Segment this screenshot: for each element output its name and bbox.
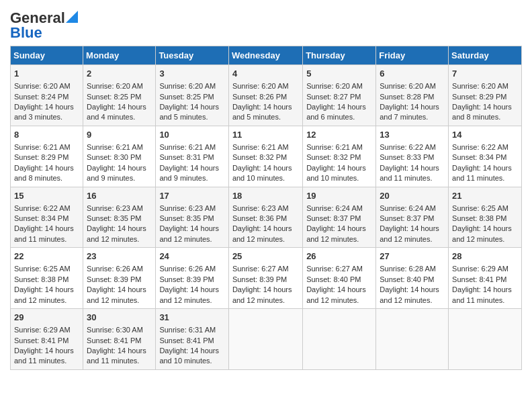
sunrise-text: Sunrise: 6:21 AM	[159, 142, 225, 152]
daylight-text: Daylight: 14 hours	[232, 102, 299, 112]
day-number: 30	[87, 312, 152, 324]
calendar-cell: 18Sunrise: 6:23 AMSunset: 8:36 PMDayligh…	[228, 187, 302, 248]
day-number: 20	[380, 190, 445, 202]
sunrise-text: Sunrise: 6:22 AM	[14, 203, 79, 214]
day-number: 4	[232, 68, 299, 80]
calendar-cell: 26Sunrise: 6:27 AMSunset: 8:40 PMDayligh…	[303, 248, 376, 309]
daylight-text: and 12 minutes.	[14, 295, 79, 306]
daylight-text: and 11 minutes.	[452, 295, 518, 306]
daylight-text: Daylight: 14 hours	[87, 102, 152, 112]
day-number: 23	[87, 250, 152, 263]
calendar-header-row: SundayMondayTuesdayWednesdayThursdayFrid…	[11, 46, 522, 65]
sunset-text: Sunset: 8:40 PM	[380, 275, 445, 285]
calendar-cell: 17Sunrise: 6:23 AMSunset: 8:35 PMDayligh…	[156, 187, 229, 248]
sunrise-text: Sunrise: 6:26 AM	[87, 264, 152, 274]
daylight-text: and 11 minutes.	[452, 173, 518, 183]
day-number: 15	[14, 190, 79, 202]
calendar-cell: 9Sunrise: 6:21 AMSunset: 8:30 PMDaylight…	[83, 126, 156, 187]
calendar-week-5: 29Sunrise: 6:29 AMSunset: 8:41 PMDayligh…	[11, 309, 522, 370]
sunrise-text: Sunrise: 6:29 AM	[452, 264, 518, 274]
sunrise-text: Sunrise: 6:26 AM	[159, 264, 225, 274]
daylight-text: and 11 minutes.	[14, 234, 79, 244]
sunrise-text: Sunrise: 6:31 AM	[159, 325, 225, 335]
daylight-text: Daylight: 14 hours	[306, 102, 372, 112]
daylight-text: Daylight: 14 hours	[14, 163, 79, 173]
daylight-text: Daylight: 14 hours	[87, 285, 152, 295]
daylight-text: and 8 minutes.	[14, 173, 79, 183]
day-number: 17	[159, 190, 225, 202]
calendar-week-1: 1Sunrise: 6:20 AMSunset: 8:24 PMDaylight…	[11, 65, 522, 126]
day-number: 31	[159, 312, 225, 324]
daylight-text: and 5 minutes.	[232, 112, 299, 122]
sunset-text: Sunset: 8:24 PM	[14, 92, 79, 102]
day-number: 29	[14, 312, 79, 324]
daylight-text: and 11 minutes.	[87, 356, 152, 366]
sunset-text: Sunset: 8:40 PM	[306, 275, 372, 285]
sunset-text: Sunset: 8:39 PM	[159, 275, 225, 285]
calendar-cell: 21Sunrise: 6:25 AMSunset: 8:38 PMDayligh…	[449, 187, 522, 248]
calendar-cell: 30Sunrise: 6:30 AMSunset: 8:41 PMDayligh…	[83, 309, 156, 370]
sunset-text: Sunset: 8:38 PM	[452, 214, 518, 224]
sunset-text: Sunset: 8:25 PM	[159, 92, 225, 102]
calendar-cell: 6Sunrise: 6:20 AMSunset: 8:28 PMDaylight…	[376, 65, 449, 126]
sunset-text: Sunset: 8:34 PM	[452, 152, 518, 163]
daylight-text: Daylight: 14 hours	[452, 285, 518, 295]
calendar-cell: 14Sunrise: 6:22 AMSunset: 8:34 PMDayligh…	[449, 126, 522, 187]
sunrise-text: Sunrise: 6:21 AM	[232, 142, 299, 152]
calendar-cell: 10Sunrise: 6:21 AMSunset: 8:31 PMDayligh…	[156, 126, 229, 187]
day-number: 19	[306, 190, 372, 202]
daylight-text: and 12 minutes.	[380, 295, 445, 306]
logo-icon	[66, 11, 78, 23]
daylight-text: and 12 minutes.	[232, 295, 299, 306]
day-number: 11	[232, 129, 299, 141]
sunrise-text: Sunrise: 6:30 AM	[87, 325, 152, 335]
sunrise-text: Sunrise: 6:20 AM	[87, 81, 152, 91]
daylight-text: and 12 minutes.	[452, 234, 518, 244]
daylight-text: and 12 minutes.	[87, 295, 152, 306]
calendar-cell: 29Sunrise: 6:29 AMSunset: 8:41 PMDayligh…	[11, 309, 83, 370]
sunrise-text: Sunrise: 6:20 AM	[159, 81, 225, 91]
daylight-text: and 11 minutes.	[14, 356, 79, 366]
sunset-text: Sunset: 8:29 PM	[14, 152, 79, 163]
calendar-cell: 16Sunrise: 6:23 AMSunset: 8:35 PMDayligh…	[83, 187, 156, 248]
daylight-text: Daylight: 14 hours	[232, 163, 299, 173]
calendar-cell: 5Sunrise: 6:20 AMSunset: 8:27 PMDaylight…	[303, 65, 376, 126]
sunrise-text: Sunrise: 6:24 AM	[306, 203, 372, 214]
sunrise-text: Sunrise: 6:27 AM	[232, 264, 299, 274]
sunset-text: Sunset: 8:28 PM	[380, 92, 445, 102]
sunset-text: Sunset: 8:39 PM	[232, 275, 299, 285]
calendar-cell: 7Sunrise: 6:20 AMSunset: 8:29 PMDaylight…	[449, 65, 522, 126]
day-number: 18	[232, 190, 299, 202]
sunrise-text: Sunrise: 6:29 AM	[14, 325, 79, 335]
sunrise-text: Sunrise: 6:22 AM	[380, 142, 445, 152]
sunset-text: Sunset: 8:38 PM	[14, 275, 79, 285]
daylight-text: and 12 minutes.	[232, 234, 299, 244]
calendar-dow-tuesday: Tuesday	[156, 46, 229, 65]
day-number: 3	[159, 68, 225, 80]
day-number: 9	[87, 129, 152, 141]
daylight-text: and 8 minutes.	[452, 112, 518, 122]
sunrise-text: Sunrise: 6:22 AM	[452, 142, 518, 152]
day-number: 8	[14, 129, 79, 141]
calendar-week-3: 15Sunrise: 6:22 AMSunset: 8:34 PMDayligh…	[11, 187, 522, 248]
logo-blue: Blue	[10, 24, 42, 42]
daylight-text: Daylight: 14 hours	[232, 224, 299, 234]
day-number: 26	[306, 250, 372, 263]
sunrise-text: Sunrise: 6:23 AM	[87, 203, 152, 214]
sunset-text: Sunset: 8:41 PM	[452, 275, 518, 285]
daylight-text: Daylight: 14 hours	[452, 224, 518, 234]
sunset-text: Sunset: 8:35 PM	[87, 214, 152, 224]
daylight-text: and 3 minutes.	[14, 112, 79, 122]
calendar-cell: 12Sunrise: 6:21 AMSunset: 8:32 PMDayligh…	[303, 126, 376, 187]
daylight-text: Daylight: 14 hours	[87, 163, 152, 173]
day-number: 14	[452, 129, 518, 141]
daylight-text: Daylight: 14 hours	[380, 224, 445, 234]
sunrise-text: Sunrise: 6:21 AM	[306, 142, 372, 152]
daylight-text: and 5 minutes.	[159, 112, 225, 122]
day-number: 6	[380, 68, 445, 80]
calendar-cell: 8Sunrise: 6:21 AMSunset: 8:29 PMDaylight…	[11, 126, 83, 187]
daylight-text: and 6 minutes.	[306, 112, 372, 122]
daylight-text: Daylight: 14 hours	[159, 224, 225, 234]
daylight-text: and 7 minutes.	[380, 112, 445, 122]
daylight-text: Daylight: 14 hours	[159, 285, 225, 295]
